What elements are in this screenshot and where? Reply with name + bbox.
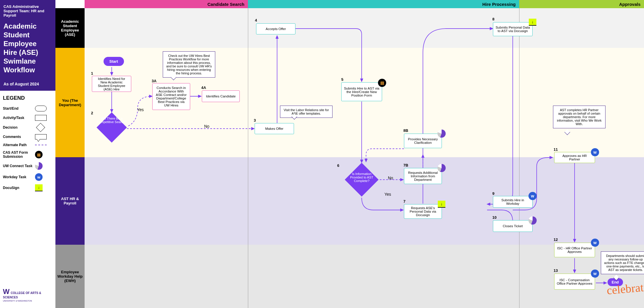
oval-icon	[35, 106, 47, 111]
num-13: 13	[554, 268, 558, 273]
legend-ds: DocuSign	[3, 186, 35, 190]
legend: LEGEND Start/End Activity/Task Decision …	[0, 91, 55, 199]
sidebar: CAS Administrative Support Team: HR and …	[0, 0, 55, 308]
workday-icon: w	[35, 173, 43, 181]
rect-icon	[35, 115, 47, 121]
lane-ase: Academic Student Employee (ASE)	[55, 8, 85, 48]
lane-ast: AST HR & Payroll	[55, 157, 85, 245]
legend-comments: Comments	[3, 135, 35, 139]
canvas: Candidate Search Hire Processing Approva…	[85, 0, 644, 308]
col-candidate-search: Candidate Search	[85, 0, 248, 8]
comment-icon	[35, 134, 47, 139]
node-7: Requests ASE's Personal Data via Docusig…	[404, 204, 442, 219]
label-yes-1: Yes	[137, 107, 144, 112]
comment-3: Visit the Labor Relations site for ASE o…	[280, 106, 332, 118]
num-8b: 8B	[403, 128, 408, 133]
legend-startend: Start/End	[3, 106, 35, 111]
node-12: ISC - HR Office Partner Approves	[554, 243, 595, 257]
form-icon-node5: ▤	[378, 79, 386, 87]
num-3a: 3A	[152, 79, 157, 83]
node-4: Accepts Offer	[256, 23, 295, 34]
num-7: 7	[403, 199, 405, 204]
node-11: Approves as HR Partner	[554, 152, 595, 163]
num-9: 9	[492, 191, 494, 196]
label-no-1: No	[204, 124, 209, 129]
lane-dept: You (The Department)	[55, 48, 85, 157]
node-1: Identifies Need for New Academic Student…	[92, 76, 131, 92]
workflow-title: Academic Student Employee Hire (ASE) Swi…	[4, 22, 52, 74]
uwconnect-icon	[35, 162, 43, 170]
legend-altpath: Alternate Path	[3, 143, 35, 147]
form-icon: ▤	[35, 151, 43, 158]
num-10: 10	[492, 215, 496, 220]
node-10: Closes Ticket	[493, 220, 533, 232]
node-6-text: Is Information Provided to AST Complete?	[346, 172, 378, 183]
docusign-icon-7: ↓	[438, 200, 446, 208]
legend-form: CAS AST Form Submission	[3, 150, 35, 159]
num-12: 12	[554, 237, 558, 242]
node-3a: Conducts Search in Accordance With ASE C…	[152, 83, 190, 110]
docusign-icon: ↓	[35, 184, 43, 191]
title-block: CAS Administrative Support Team: HR and …	[0, 0, 55, 91]
node-2-text: Will There Be a Competitive Search?	[96, 117, 127, 124]
num-2: 2	[91, 111, 93, 115]
legend-uwc: UW Connect Task	[3, 164, 35, 168]
node-4a: Identifies Candidate	[202, 90, 240, 102]
col-approvals: Approvals	[519, 0, 644, 8]
workday-icon-9: w	[528, 192, 537, 200]
num-8: 8	[492, 17, 494, 21]
team-name: CAS Administrative Support Team: HR and …	[4, 4, 52, 18]
start-node: Start	[104, 57, 124, 66]
comment-11: AST completes HR Partner approvals on be…	[553, 106, 606, 128]
num-5: 5	[341, 77, 343, 82]
uwc-icon-8b	[438, 130, 446, 138]
asof-date: As of August 2024	[4, 82, 52, 86]
comment-3a: Check out the UW Hires Best Practices Wo…	[163, 51, 215, 78]
diamond-icon	[36, 123, 45, 132]
legend-decision: Decision	[3, 125, 35, 130]
num-4a: 4A	[201, 85, 206, 90]
lane-ewh: Employee Workday Help (EWH)	[55, 245, 85, 308]
node-3: Makes Offer	[255, 123, 294, 134]
workday-icon-13: w	[591, 270, 599, 278]
footer-logo: WCOLLEGE OF ARTS & SCIENCES UNIVERSITY o…	[3, 288, 55, 302]
comment-13: Departments should submit any necessary …	[601, 251, 644, 274]
col-hire-processing: Hire Processing	[248, 0, 519, 8]
docusign-icon-8: ↓	[528, 18, 537, 26]
num-4: 4	[255, 18, 257, 22]
num-1: 1	[91, 71, 93, 76]
legend-wd: Workday Task	[3, 175, 35, 179]
page: CAS Administrative Support Team: HR and …	[0, 0, 644, 308]
uwc-icon-10	[528, 216, 537, 225]
workday-icon-11: w	[591, 148, 599, 156]
workday-icon-12: w	[591, 239, 599, 247]
num-3: 3	[254, 118, 256, 123]
num-11: 11	[554, 147, 558, 152]
node-8b: Provides Necessary Clarification	[404, 134, 442, 148]
num-6: 6	[337, 163, 339, 168]
node-7b: Requests Additional Information from Dep…	[404, 168, 442, 184]
lane-headers: Academic Student Employee (ASE) You (The…	[55, 0, 85, 308]
num-7b: 7B	[403, 163, 408, 167]
node-8: Submits Personal Data to AST via Docusig…	[493, 22, 533, 36]
node-9: Submits Hire in Workday	[493, 196, 533, 208]
dash-icon	[35, 145, 47, 145]
node-13: ISC - Compensation Office Partner Approv…	[554, 274, 595, 290]
node-5: Submits Hire to AST via the Hire/Create …	[341, 82, 382, 101]
label-no-2: No	[388, 176, 393, 180]
legend-title: LEGEND	[3, 95, 52, 101]
uwc-icon-7b	[438, 164, 446, 172]
legend-activity: Activity/Task	[3, 116, 35, 120]
label-yes-2: Yes	[384, 192, 391, 197]
